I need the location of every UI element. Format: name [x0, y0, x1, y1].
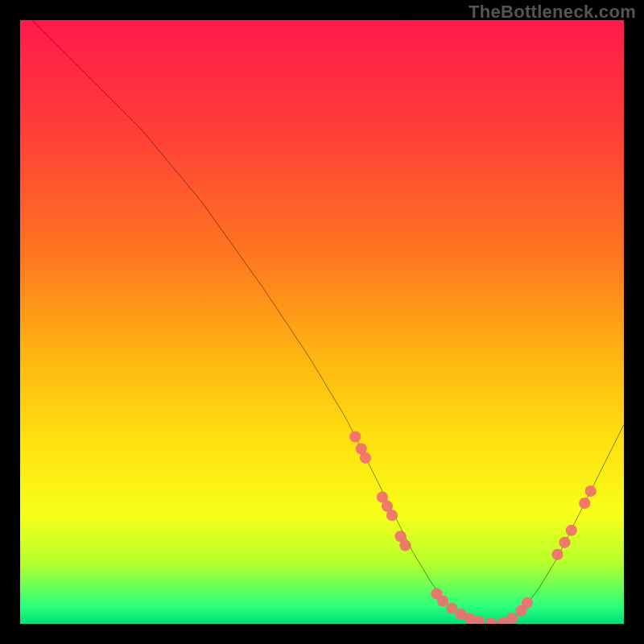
data-point [579, 497, 590, 509]
data-point [585, 485, 597, 497]
data-point [522, 597, 533, 609]
bottleneck-chart [20, 20, 624, 624]
data-point [349, 431, 361, 442]
chart-background [20, 20, 624, 624]
data-point [437, 595, 448, 606]
data-point [566, 525, 577, 536]
data-point [386, 510, 398, 521]
data-point [399, 539, 411, 551]
chart-frame: TheBottleneck.com [0, 0, 644, 644]
data-point [551, 549, 563, 560]
watermark-text: TheBottleneck.com [469, 2, 636, 23]
data-point [559, 537, 570, 548]
data-point [360, 452, 371, 464]
data-point [506, 613, 518, 624]
